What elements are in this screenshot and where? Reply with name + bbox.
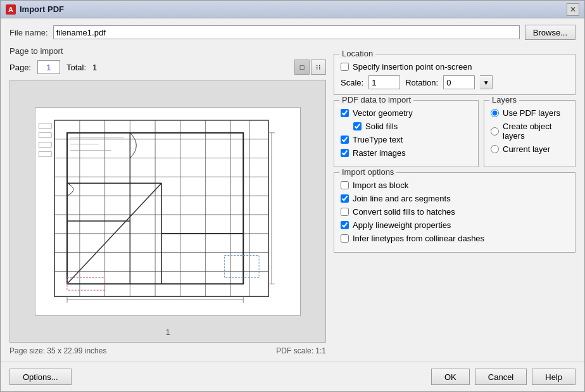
specify-insertion-label: Specify insertion point on-screen	[353, 62, 472, 72]
preview-page-number: 1	[165, 327, 170, 337]
page-controls: Page: Total: 1 □ ⁝⁝	[9, 60, 326, 75]
page-number-input[interactable]	[37, 60, 60, 74]
app-icon: A	[6, 4, 16, 15]
current-layer-row: Current layer	[491, 144, 569, 154]
total-label: Total:	[66, 63, 86, 72]
solid-fills-row: Solid fills	[353, 122, 472, 131]
pdf-data-content: Vector geometry Solid fills TrueType tex…	[341, 108, 472, 158]
import-as-block-label: Import as block	[353, 180, 408, 190]
rotation-dropdown-button[interactable]: ▼	[480, 75, 493, 89]
raster-images-row: Raster images	[341, 148, 472, 158]
location-group: Location Specify insertion point on-scre…	[334, 54, 576, 95]
vector-geometry-checkbox[interactable]	[341, 109, 349, 117]
raster-images-label: Raster images	[353, 148, 406, 158]
specify-insertion-row: Specify insertion point on-screen	[341, 62, 569, 72]
preview-image	[35, 107, 301, 316]
import-pdf-dialog: A Import PDF ✕ File name: Browse... Page…	[0, 0, 585, 392]
dialog-body: File name: Browse... Page to import Page…	[1, 18, 584, 362]
create-object-layers-label: Create object layers	[503, 122, 569, 141]
convert-solid-label: Convert solid fills to hatches	[353, 207, 455, 217]
rotation-input[interactable]	[443, 75, 475, 89]
import-as-block-checkbox[interactable]	[341, 181, 349, 189]
scale-input[interactable]	[368, 75, 400, 89]
current-layer-label: Current layer	[503, 144, 550, 154]
total-value: 1	[92, 63, 97, 72]
create-object-layers-row: Create object layers	[491, 122, 569, 141]
left-panel: Page to import Page: Total: 1 □ ⁝⁝	[9, 46, 326, 355]
cancel-button[interactable]: Cancel	[475, 369, 527, 385]
pdf-layers-row: PDF data to import Vector geometry Solid…	[334, 100, 576, 167]
filename-input[interactable]	[53, 25, 520, 39]
specify-insertion-checkbox[interactable]	[341, 63, 349, 71]
filename-row: File name: Browse...	[9, 25, 576, 40]
options-button[interactable]: Options...	[9, 369, 72, 385]
scale-rotation-row: Scale: Rotation: ▼	[341, 75, 569, 89]
browse-button[interactable]: Browse...	[525, 25, 576, 40]
solid-fills-label: Solid fills	[365, 122, 398, 131]
title-bar: A Import PDF ✕	[1, 1, 584, 18]
create-object-layers-radio[interactable]	[491, 127, 499, 136]
layers-group: Layers Use PDF layers Create object laye…	[484, 100, 576, 167]
page-size-label: Page size: 35 x 22.99 inches	[9, 346, 106, 355]
page-view-buttons: □ ⁝⁝	[294, 60, 326, 75]
pdf-data-title: PDF data to import	[339, 95, 413, 104]
page-size-row: Page size: 35 x 22.99 inches PDF scale: …	[9, 346, 326, 355]
rotation-label: Rotation:	[405, 78, 438, 87]
infer-linetypes-label: Infer linetypes from collinear dashes	[353, 234, 484, 243]
apply-lineweight-row: Apply lineweight properties	[341, 220, 569, 230]
layers-group-title: Layers	[489, 95, 519, 104]
use-pdf-layers-radio[interactable]	[491, 109, 499, 117]
layers-content: Use PDF layers Create object layers Curr…	[491, 108, 569, 154]
filename-label: File name:	[9, 28, 48, 37]
apply-lineweight-checkbox[interactable]	[341, 221, 349, 229]
import-options-title: Import options	[339, 167, 396, 177]
infer-linetypes-row: Infer linetypes from collinear dashes	[341, 234, 569, 243]
truetype-row: TrueType text	[341, 135, 472, 144]
dialog-title: Import PDF	[20, 4, 567, 14]
help-button[interactable]: Help	[532, 369, 576, 385]
location-group-title: Location	[339, 49, 375, 58]
join-line-checkbox[interactable]	[341, 194, 349, 203]
vector-geometry-label: Vector geometry	[353, 108, 413, 118]
raster-images-checkbox[interactable]	[341, 149, 349, 157]
preview-container: 1	[9, 80, 326, 343]
page-label: Page:	[9, 63, 31, 72]
close-button[interactable]: ✕	[567, 3, 579, 16]
truetype-label: TrueType text	[353, 135, 403, 144]
apply-lineweight-label: Apply lineweight properties	[353, 220, 451, 230]
pdf-data-group: PDF data to import Vector geometry Solid…	[334, 100, 479, 167]
convert-solid-checkbox[interactable]	[341, 208, 349, 216]
single-page-view-button[interactable]: □	[294, 60, 310, 75]
right-panel: Location Specify insertion point on-scre…	[334, 46, 576, 355]
pdf-scale-label: PDF scale: 1:1	[276, 346, 326, 355]
bottom-bar: Options... OK Cancel Help	[1, 362, 584, 391]
convert-solid-row: Convert solid fills to hatches	[341, 207, 569, 217]
import-as-block-row: Import as block	[341, 180, 569, 190]
vector-geometry-row: Vector geometry	[341, 108, 472, 118]
use-pdf-layers-label: Use PDF layers	[503, 108, 560, 118]
bottom-left: Options...	[9, 369, 426, 385]
current-layer-radio[interactable]	[491, 145, 499, 153]
join-line-row: Join line and arc segments	[341, 194, 569, 203]
import-options-group: Import options Import as block Join line…	[334, 172, 576, 253]
main-content: Page to import Page: Total: 1 □ ⁝⁝	[9, 46, 576, 355]
import-options-content: Import as block Join line and arc segmen…	[341, 180, 569, 243]
join-line-label: Join line and arc segments	[353, 194, 451, 203]
scale-label: Scale:	[341, 78, 363, 87]
use-pdf-layers-row: Use PDF layers	[491, 108, 569, 118]
infer-linetypes-checkbox[interactable]	[341, 234, 349, 243]
solid-fills-checkbox[interactable]	[353, 122, 362, 130]
truetype-checkbox[interactable]	[341, 136, 349, 144]
grid-view-button[interactable]: ⁝⁝	[311, 60, 326, 75]
page-to-import-label: Page to import	[9, 46, 326, 56]
location-content: Specify insertion point on-screen Scale:…	[341, 62, 569, 89]
ok-button[interactable]: OK	[431, 369, 470, 385]
